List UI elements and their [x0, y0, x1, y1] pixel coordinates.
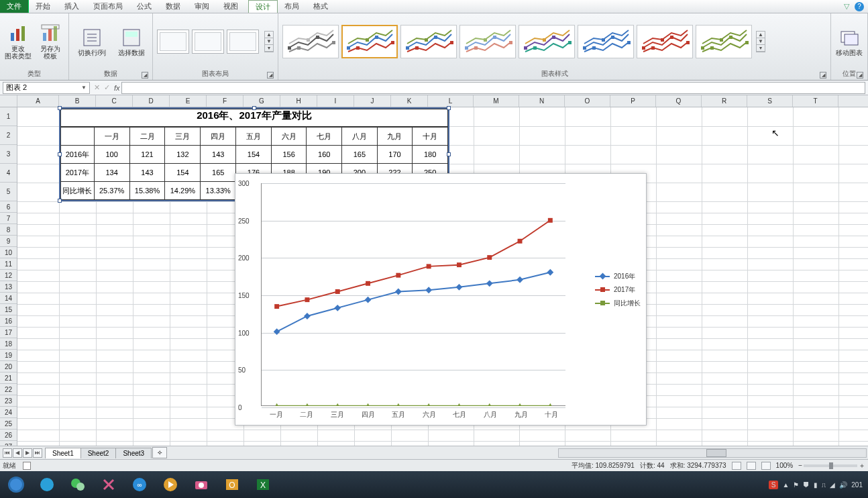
layout-thumb-2[interactable] [192, 30, 224, 54]
layout-thumb-3[interactable] [227, 30, 259, 54]
row-header-18[interactable]: 18 [0, 338, 17, 350]
col-header-S[interactable]: S [747, 95, 793, 107]
col-header-E[interactable]: E [170, 95, 207, 107]
row-header-21[interactable]: 21 [0, 372, 17, 384]
row-header-8[interactable]: 8 [0, 224, 17, 236]
menu-tab-数据[interactable]: 数据 [159, 0, 188, 13]
style-thumb-4[interactable] [459, 25, 516, 58]
table-cell[interactable]: 170 [377, 146, 413, 164]
table-cell[interactable]: 165 [201, 164, 236, 182]
style-thumb-8[interactable] [696, 25, 752, 58]
chart-plot-area[interactable] [261, 183, 565, 406]
table-cell[interactable]: 132 [165, 146, 201, 164]
save-as-template-button[interactable]: 另存为 模板 [36, 23, 64, 60]
name-box[interactable]: 图表 2 ▼ [3, 82, 90, 94]
col-header-F[interactable]: F [207, 95, 243, 107]
context-tab-布局[interactable]: 布局 [278, 0, 307, 13]
table-cell[interactable]: 154 [165, 164, 201, 182]
location-dialog-launcher[interactable]: ◢ [857, 72, 863, 79]
sheet-tab-Sheet2[interactable]: Sheet2 [80, 448, 117, 458]
col-header-I[interactable]: I [317, 95, 354, 107]
row-header-23[interactable]: 23 [0, 395, 17, 407]
col-header-A[interactable]: A [17, 95, 59, 107]
styles-dialog-launcher[interactable]: ◢ [820, 72, 826, 79]
row-header-25[interactable]: 25 [0, 418, 17, 430]
fx-icon[interactable]: fx [114, 84, 120, 92]
row-header-20[interactable]: 20 [0, 361, 17, 372]
row-header-1[interactable]: 1 [0, 107, 17, 126]
table-cell[interactable]: 165 [342, 146, 378, 164]
row-header-24[interactable]: 24 [0, 407, 17, 418]
col-header-R[interactable]: R [702, 95, 747, 107]
table-cell[interactable]: 134 [94, 164, 129, 182]
zoom-slider[interactable] [804, 464, 857, 467]
row-header-5[interactable]: 5 [0, 183, 17, 201]
row-header-6[interactable]: 6 [0, 201, 17, 213]
layout-dialog-launcher[interactable]: ◢ [267, 72, 274, 79]
col-header-L[interactable]: L [428, 95, 474, 107]
row-header-14[interactable]: 14 [0, 293, 17, 304]
taskbar-app-wechat[interactable] [64, 474, 91, 495]
start-button[interactable] [3, 474, 30, 495]
style-thumb-7[interactable] [637, 25, 693, 58]
embedded-chart[interactable]: 050100150200250300 一月二月三月四月五月六月七月八月九月十月 … [235, 173, 647, 426]
view-layout-button[interactable] [747, 462, 756, 470]
table-cell[interactable]: 121 [129, 146, 165, 164]
zoom-out-button[interactable]: − [798, 462, 802, 469]
move-chart-button[interactable]: 移动图表 [835, 28, 863, 56]
zoom-in-button[interactable]: ＋ [859, 461, 865, 470]
select-data-button[interactable]: 选择数据 [115, 28, 148, 56]
row-header-10[interactable]: 10 [0, 247, 17, 258]
style-gallery-spinner[interactable]: ▲▼▾ [756, 31, 765, 52]
col-header-H[interactable]: H [280, 95, 317, 107]
taskbar-app-snip[interactable] [95, 474, 122, 495]
zoom-level[interactable]: 100% [776, 462, 794, 469]
view-normal-button[interactable] [732, 462, 741, 470]
cancel-icon[interactable]: ✕ [94, 83, 100, 92]
style-thumb-5[interactable] [519, 25, 575, 58]
sheet-nav-prev[interactable]: ◀ [13, 448, 22, 458]
menu-tab-审阅[interactable]: 审阅 [188, 0, 217, 13]
menu-tab-公式[interactable]: 公式 [130, 0, 159, 13]
col-header-D[interactable]: D [133, 95, 170, 107]
sheet-nav-last[interactable]: ⏭ [33, 448, 42, 458]
table-cell[interactable]: 13.33% [201, 182, 236, 200]
change-chart-type-button[interactable]: 更改 图表类型 [4, 23, 32, 60]
tray-network-icon[interactable]: ⎍ [822, 481, 826, 489]
style-thumb-6[interactable] [578, 25, 634, 58]
legend-item[interactable]: 同比增长 [595, 299, 641, 308]
tray-flag-icon[interactable]: ⚑ [793, 481, 799, 489]
row-header-2[interactable]: 2 [0, 126, 17, 145]
col-header-N[interactable]: N [519, 95, 565, 107]
col-header-M[interactable]: M [474, 95, 519, 107]
horizontal-scrollbar[interactable] [558, 448, 867, 458]
style-thumb-3[interactable] [400, 25, 457, 58]
col-header-T[interactable]: T [793, 95, 838, 107]
col-header-G[interactable]: G [243, 95, 280, 107]
row-header-15[interactable]: 15 [0, 304, 17, 315]
new-sheet-button[interactable]: ✧ [152, 447, 167, 458]
context-tab-格式[interactable]: 格式 [307, 0, 335, 13]
row-header-9[interactable]: 9 [0, 236, 17, 247]
menu-tab-开始[interactable]: 开始 [29, 0, 58, 13]
formula-input[interactable] [121, 82, 865, 94]
legend-item[interactable]: 2017年 [595, 285, 641, 295]
taskbar-app-cloud[interactable]: ∞ [126, 474, 153, 495]
row-header-22[interactable]: 22 [0, 384, 17, 395]
table-cell[interactable]: 143 [201, 146, 236, 164]
help-icon[interactable]: ? [855, 2, 864, 11]
taskbar-app-player[interactable] [157, 474, 184, 495]
row-header-13[interactable]: 13 [0, 281, 17, 293]
system-tray[interactable]: S ▲ ⚑ ⛊ ▮ ⎍ ◢ 🔊 201 [769, 481, 865, 489]
layout-gallery-spinner[interactable]: ▲▼▾ [264, 31, 274, 52]
row-header-17[interactable]: 17 [0, 327, 17, 338]
style-thumb-2[interactable] [341, 25, 398, 58]
menu-tab-视图[interactable]: 视图 [217, 0, 246, 13]
tray-volume-icon[interactable]: 🔊 [839, 481, 847, 489]
layout-thumb-1[interactable] [157, 30, 189, 54]
worksheet-grid[interactable]: ABCDEFGHIJKLMNOPQRST 1234567891011121314… [0, 95, 868, 446]
view-pagebreak-button[interactable] [761, 462, 771, 470]
row-header-26[interactable]: 26 [0, 430, 17, 441]
sheet-nav-first[interactable]: ⏮ [3, 448, 12, 458]
taskbar-app-outlook[interactable]: O [219, 474, 246, 495]
